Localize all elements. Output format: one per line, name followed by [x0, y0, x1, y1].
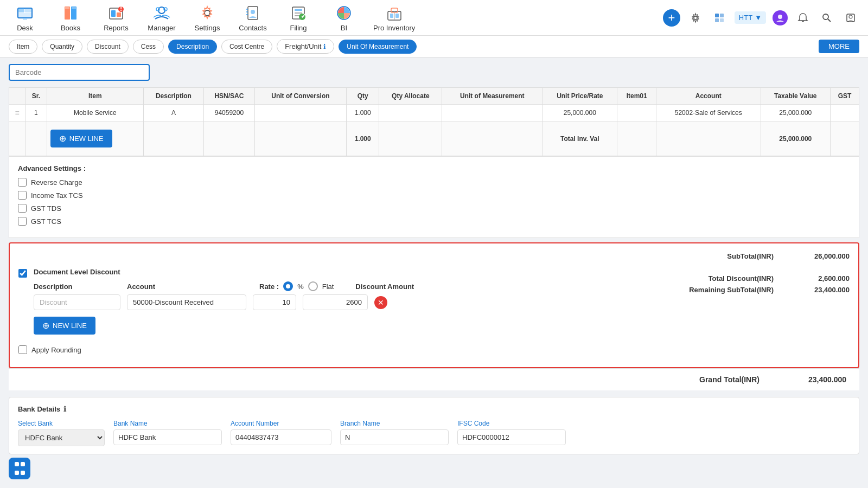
settings-gear-button[interactable]: [687, 9, 704, 27]
cell-unit-conv[interactable]: [254, 105, 346, 121]
apply-rounding-checkbox[interactable]: [18, 345, 27, 354]
nav-label-bi: BI: [341, 24, 347, 32]
cell-taxable[interactable]: 25,000.000: [761, 105, 830, 121]
rate-flat-radio[interactable]: [308, 281, 318, 291]
advanced-settings: Advanced Settings : Reverse Charge Incom…: [9, 156, 859, 238]
cell-qty[interactable]: 1.000: [346, 105, 379, 121]
table-wrapper: Sr. Item Description HSN/SAC Unit of Con…: [9, 87, 859, 156]
doc-level-discount-label: Document Level Discount: [34, 268, 120, 276]
grand-total-value: 23,400.000: [781, 375, 846, 384]
nav-item-reports[interactable]: ! Reports: [100, 3, 132, 32]
new-line-button[interactable]: ⊕ NEW LINE: [50, 130, 112, 147]
total-discount-row: Total Discount(INR) 2,600.000: [709, 274, 850, 282]
notification-icon[interactable]: [794, 9, 812, 27]
nav-item-manager[interactable]: Manager: [145, 3, 178, 32]
cell-sr: 1: [25, 105, 47, 121]
income-tax-tcs-checkbox[interactable]: [18, 191, 27, 200]
search-icon[interactable]: [818, 9, 835, 27]
col-header-description: Description: [34, 282, 127, 291]
svg-rect-11: [117, 12, 121, 17]
discount-rate-input[interactable]: [253, 294, 296, 310]
subtotal-label: SubTotal(INR): [727, 252, 774, 260]
tab-discount[interactable]: Discount: [87, 40, 129, 54]
user-label: HTT: [739, 14, 752, 22]
nav-right: + HTT ▼: [663, 9, 859, 27]
items-table: Sr. Item Description HSN/SAC Unit of Con…: [9, 87, 859, 156]
cell-gst[interactable]: [830, 105, 859, 121]
discount-amount-input[interactable]: [303, 294, 368, 310]
discount-inputs: ✕: [34, 294, 682, 310]
svg-rect-3: [18, 13, 32, 18]
bank-name-input[interactable]: [113, 429, 222, 445]
ifsc-code-field: IFSC Code: [457, 420, 566, 446]
remaining-subtotal-label: Remaining SubTotal(INR): [689, 286, 774, 294]
nav-item-bi[interactable]: BI: [328, 3, 360, 32]
nav-item-desk[interactable]: Desk: [9, 3, 41, 32]
cell-qty-alloc[interactable]: [379, 105, 442, 121]
bi-icon: [334, 3, 354, 23]
cell-hsn[interactable]: 94059200: [203, 105, 254, 121]
cell-account[interactable]: 52002-Sale of Services: [656, 105, 761, 121]
discount-new-line-button[interactable]: ⊕ NEW LINE: [34, 317, 95, 335]
nav-item-settings[interactable]: Settings: [191, 3, 224, 32]
barcode-input[interactable]: [9, 64, 150, 81]
col-unit-price: Unit Price/Rate: [542, 88, 617, 105]
svg-point-40: [778, 15, 782, 19]
discount-account-input[interactable]: [127, 294, 246, 310]
ifsc-code-input[interactable]: [457, 429, 566, 445]
tab-quantity[interactable]: Quantity: [42, 40, 82, 54]
account-number-input[interactable]: [231, 429, 331, 445]
remaining-subtotal-value: 23,400.000: [795, 286, 850, 294]
cell-price[interactable]: 25,000.000: [542, 105, 617, 121]
cell-item01[interactable]: [617, 105, 656, 121]
reverse-charge-checkbox[interactable]: [18, 178, 27, 187]
remove-discount-button[interactable]: ✕: [374, 296, 387, 309]
cell-description[interactable]: A: [143, 105, 203, 121]
more-button[interactable]: MORE: [819, 40, 859, 53]
tab-description[interactable]: Description: [168, 40, 217, 54]
nav-item-filing[interactable]: ✓ Filing: [282, 3, 315, 32]
tab-cost-centre[interactable]: Cost Centre: [221, 40, 272, 54]
nav-item-contacts[interactable]: Contacts: [237, 3, 269, 32]
svg-point-41: [823, 14, 828, 20]
tab-cess[interactable]: Cess: [133, 40, 164, 54]
bank-details-section: Bank Details ℹ Select Bank HDFC Bank Ban…: [9, 397, 859, 454]
nav-item-books[interactable]: Books: [54, 3, 87, 32]
rate-percent-radio[interactable]: [283, 281, 293, 291]
svg-text:!: !: [120, 4, 122, 12]
gst-tds-checkbox[interactable]: [18, 204, 27, 213]
select-bank-input[interactable]: HDFC Bank: [18, 429, 105, 446]
total-qty: 1.000: [346, 121, 379, 156]
cell-item[interactable]: Mobile Service: [47, 105, 143, 121]
profile-icon[interactable]: [842, 9, 859, 27]
user-avatar: [773, 10, 788, 25]
barcode-wrap: [9, 64, 859, 81]
nav-item-pro-inventory[interactable]: Pro Inventory: [373, 3, 415, 32]
grand-total-label: Grand Total(INR): [699, 375, 760, 384]
add-button[interactable]: +: [663, 9, 680, 27]
user-dropdown[interactable]: HTT ▼: [735, 11, 766, 24]
account-number-field: Account Number: [231, 420, 331, 446]
discount-summary: Total Discount(INR) 2,600.000 Remaining …: [689, 274, 850, 294]
discount-description-input[interactable]: [34, 294, 120, 310]
nav-label-contacts: Contacts: [239, 24, 266, 32]
drag-handle[interactable]: ≡: [9, 105, 25, 121]
nav-label-books: Books: [61, 24, 80, 32]
gst-tcs-checkbox[interactable]: [18, 217, 27, 226]
svg-rect-38: [715, 18, 719, 22]
cell-unit-meas[interactable]: [442, 105, 542, 121]
tab-unit-of-measurement[interactable]: Unit Of Measurement: [339, 40, 417, 54]
tab-item[interactable]: Item: [9, 40, 37, 54]
desk-icon: [15, 3, 35, 23]
branch-name-input[interactable]: [340, 429, 449, 445]
doc-level-discount-checkbox[interactable]: [18, 269, 27, 278]
col-gst: GST: [830, 88, 859, 105]
col-unit-measurement: Unit of Measurement: [442, 88, 542, 105]
grand-total-section: Grand Total(INR) 23,400.000: [9, 368, 859, 390]
plus-icon: ⊕: [59, 133, 66, 144]
tab-freight-unit[interactable]: Freight/Unit ℹ: [277, 39, 334, 54]
grid-button[interactable]: [711, 9, 728, 27]
app-launcher[interactable]: [9, 458, 30, 479]
nav-label-desk: Desk: [17, 24, 33, 32]
svg-point-19: [251, 10, 255, 14]
